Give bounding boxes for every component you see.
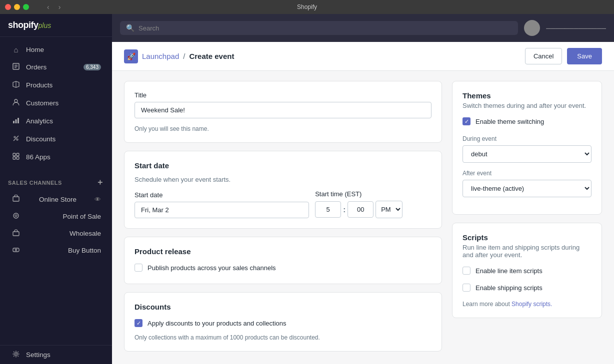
title-bar: Shopify ‹ › [0, 0, 614, 14]
time-label: Start time (EST) [315, 190, 432, 198]
date-input[interactable] [134, 202, 309, 218]
back-button[interactable]: ‹ [44, 2, 52, 12]
product-release-card: Product release Publish products across … [124, 237, 442, 284]
learn-more-text: Learn more about Shopify scripts. [462, 301, 592, 308]
sidebar-item-home[interactable]: ⌂ Home [3, 41, 109, 58]
sidebar-item-label: Customers [26, 99, 58, 107]
sidebar-item-point-of-sale[interactable]: Point of Sale [3, 208, 109, 225]
line-item-checkbox[interactable] [462, 267, 470, 275]
enable-theme-switching-row: ✓ Enable theme switching [462, 115, 592, 127]
logo-plus: plus [38, 21, 52, 29]
svg-point-18 [15, 215, 17, 217]
svg-rect-16 [13, 197, 19, 201]
time-hour-input[interactable] [315, 201, 341, 218]
breadcrumb-link[interactable]: Launchpad [142, 52, 179, 60]
sidebar-item-label: Analytics [26, 117, 53, 125]
logo-text: shopify [8, 20, 38, 30]
window-title: Shopify [297, 3, 317, 10]
maximize-button[interactable] [23, 4, 29, 10]
sidebar-item-label: 86 Apps [26, 153, 50, 161]
content-area: Title Only you will see this name. Start… [112, 71, 614, 362]
sidebar-item-customers[interactable]: Customers [3, 94, 109, 112]
sidebar-item-online-store[interactable]: Online Store 👁 [3, 191, 109, 208]
sidebar-item-discounts[interactable]: Discounts [3, 130, 109, 148]
publish-label: Publish products across your sales chann… [148, 264, 276, 272]
minimize-button[interactable] [14, 4, 20, 10]
time-separator: : [343, 205, 346, 214]
title-card: Title Only you will see this name. [124, 81, 442, 143]
analytics-icon [11, 116, 21, 126]
product-release-title: Product release [134, 247, 432, 256]
window-controls[interactable] [5, 4, 29, 10]
search-icon: 🔍 [126, 24, 134, 32]
sidebar-item-settings[interactable]: Settings [3, 346, 109, 364]
breadcrumb: 🚀 Launchpad / Create event [124, 49, 234, 63]
discounts-checkbox[interactable]: ✓ [134, 319, 142, 327]
products-icon [11, 80, 21, 90]
during-event-select[interactable]: debut live-theme (active) [462, 145, 592, 163]
channel-actions[interactable]: 👁 [94, 196, 101, 203]
sidebar-item-label: Orders [26, 63, 46, 71]
sidebar-item-analytics[interactable]: Analytics [3, 112, 109, 130]
after-event-select[interactable]: live-theme (active) debut [462, 180, 592, 197]
discounts-checkbox-row: ✓ Apply discounts to your products and c… [134, 317, 432, 329]
orders-icon [11, 62, 21, 72]
sales-channels-label: SALES CHANNELS [8, 180, 62, 186]
sidebar-item-orders[interactable]: Orders 6,343 [3, 58, 109, 76]
forward-button[interactable]: › [56, 2, 64, 12]
buy-button-icon [11, 246, 21, 255]
time-inputs: : PM AM [315, 201, 432, 218]
discounts-icon [11, 134, 21, 144]
svg-rect-6 [13, 121, 14, 123]
launchpad-icon: 🚀 [124, 49, 138, 63]
cancel-button[interactable]: Cancel [525, 48, 562, 64]
sidebar-item-products[interactable]: Products [3, 76, 109, 94]
save-button[interactable]: Save [567, 48, 602, 64]
header-actions: Cancel Save [525, 48, 602, 64]
sidebar-item-wholesale[interactable]: Wholesale [3, 225, 109, 242]
time-min-input[interactable] [348, 201, 374, 218]
publish-checkbox-row: Publish products across your sales chann… [134, 262, 432, 274]
main-column: Title Only you will see this name. Start… [124, 81, 442, 352]
sidebar: shopify plus ⌂ Home Orders 6,343 Product… [0, 14, 112, 364]
date-label: Start date [134, 191, 309, 199]
discounts-title: Discounts [134, 303, 432, 311]
sales-channels-header: SALES CHANNELS ＋ [0, 170, 112, 191]
sidebar-logo: shopify plus [0, 14, 112, 37]
svg-point-21 [15, 353, 18, 356]
scripts-desc: Run line item and shipping scripts durin… [462, 244, 592, 259]
ampm-select[interactable]: PM AM [376, 201, 402, 218]
svg-point-10 [16, 139, 18, 140]
svg-rect-15 [16, 157, 19, 159]
title-input[interactable] [134, 102, 432, 118]
sidebar-item-apps[interactable]: 86 Apps [3, 148, 109, 166]
channel-label: Buy Button [68, 247, 101, 254]
search-input[interactable] [138, 24, 512, 32]
sidebar-item-label: Discounts [26, 135, 56, 143]
discounts-card: Discounts ✓ Apply discounts to your prod… [124, 292, 442, 352]
add-channel-icon[interactable]: ＋ [96, 177, 104, 188]
apps-icon [11, 152, 21, 162]
sidebar-item-buy-button[interactable]: Buy Button [3, 242, 109, 259]
close-button[interactable] [5, 4, 11, 10]
shopify-scripts-link[interactable]: Shopify scripts. [512, 301, 552, 308]
shipping-checkbox[interactable] [462, 284, 470, 292]
search-bar[interactable]: 🔍 [120, 21, 518, 35]
scripts-card: Scripts Run line item and shipping scrip… [452, 223, 602, 318]
enable-theme-checkbox[interactable]: ✓ [462, 117, 470, 125]
sidebar-item-label: Home [26, 46, 44, 53]
eye-icon[interactable]: 👁 [94, 196, 101, 203]
publish-checkbox[interactable] [134, 264, 142, 272]
time-field: Start time (EST) : PM AM [315, 190, 432, 218]
page-header: 🚀 Launchpad / Create event Cancel Save [112, 42, 614, 71]
enable-theme-label: Enable theme switching [476, 118, 544, 125]
svg-rect-13 [16, 153, 19, 156]
customers-icon [11, 98, 21, 108]
title-hint: Only you will see this name. [134, 125, 432, 132]
avatar[interactable] [524, 20, 540, 36]
channel-label: Online Store [39, 196, 76, 203]
sidebar-bottom: Settings [0, 345, 112, 364]
discounts-hint: Only collections with a maximum of 1000 … [134, 334, 432, 341]
learn-more-prefix: Learn more about [462, 301, 512, 308]
pos-icon [11, 212, 21, 221]
